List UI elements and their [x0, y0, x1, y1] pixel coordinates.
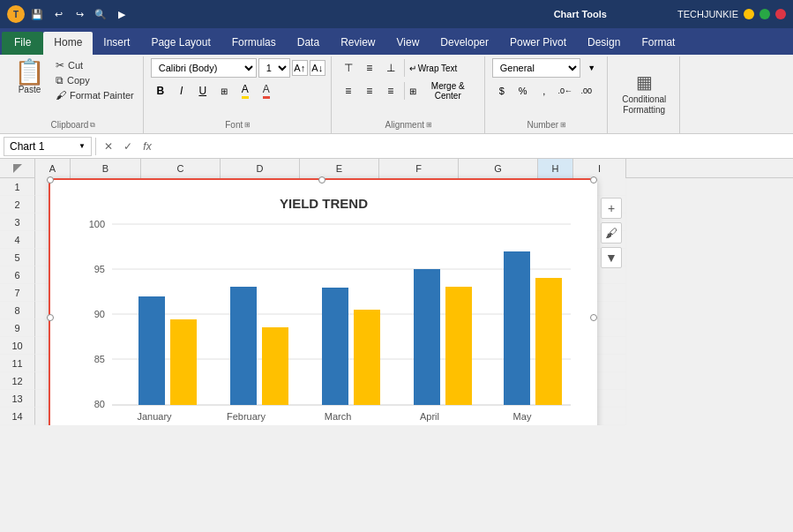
tab-review[interactable]: Review: [330, 32, 385, 55]
fill-color-button[interactable]: A: [236, 81, 255, 101]
redo-button[interactable]: ↪: [71, 5, 88, 23]
number-expand-icon[interactable]: ⊞: [560, 121, 566, 129]
handle-tm[interactable]: [318, 176, 325, 184]
font-name-select[interactable]: Calibri (Body): [151, 58, 257, 78]
col-header-d[interactable]: D: [221, 159, 300, 178]
tab-home[interactable]: Home: [43, 32, 93, 55]
align-right-button[interactable]: ≡: [381, 81, 400, 101]
tab-page-layout[interactable]: Page Layout: [140, 32, 221, 55]
col-header-i[interactable]: I: [573, 159, 626, 178]
font-group: Calibri (Body) 10 8 9 11 12 A↑ A↓ B I U …: [146, 56, 332, 133]
number-format-dropdown[interactable]: ▼: [582, 58, 602, 78]
maximize-button[interactable]: [759, 9, 770, 19]
font-size-select[interactable]: 10 8 9 11 12: [258, 58, 290, 78]
formula-fx-button[interactable]: fx: [138, 138, 156, 155]
copy-button[interactable]: ⧉ Copy: [52, 73, 138, 87]
merge-center-button[interactable]: ⊞ Merge & Center: [408, 81, 479, 101]
format-painter-label: Format Painter: [70, 90, 134, 101]
bold-button[interactable]: B: [151, 81, 170, 101]
font-increase-button[interactable]: A↑: [292, 60, 308, 76]
undo-button[interactable]: ↩: [49, 5, 67, 23]
increase-decimal-button[interactable]: .00: [577, 81, 596, 101]
bar-apr-ds: [414, 269, 440, 405]
tab-formulas[interactable]: Formulas: [221, 32, 287, 55]
handle-tr[interactable]: [590, 176, 597, 184]
tab-insert[interactable]: Insert: [93, 32, 140, 55]
col-header-e[interactable]: E: [300, 159, 379, 178]
select-all-button[interactable]: [0, 159, 35, 177]
align-left-button[interactable]: ≡: [339, 81, 358, 101]
tab-design[interactable]: Design: [577, 32, 631, 55]
row-header-11[interactable]: 11: [0, 355, 35, 372]
row-header-6[interactable]: 6: [0, 266, 35, 284]
row-header-2[interactable]: 2: [0, 196, 35, 214]
font-expand-icon[interactable]: ⊞: [244, 121, 251, 129]
font-decrease-button[interactable]: A↓: [310, 60, 325, 76]
name-box-dropdown-icon[interactable]: ▼: [79, 142, 86, 150]
col-header-g[interactable]: G: [459, 159, 538, 178]
name-box-value: Chart 1: [10, 140, 44, 153]
row-header-5[interactable]: 5: [0, 249, 35, 266]
col-header-f[interactable]: F: [379, 159, 459, 178]
row-header-13[interactable]: 13: [0, 390, 35, 408]
currency-button[interactable]: $: [492, 81, 512, 101]
italic-button[interactable]: I: [172, 81, 191, 101]
row-header-7[interactable]: 7: [0, 284, 35, 302]
chart-add-element-button[interactable]: +: [601, 198, 622, 219]
align-top-button[interactable]: ⊤: [339, 58, 358, 78]
percent-button[interactable]: %: [513, 81, 533, 101]
minimize-button[interactable]: [744, 9, 754, 19]
row-header-14[interactable]: 14: [0, 408, 35, 425]
formula-confirm-button[interactable]: ✓: [119, 138, 137, 155]
chart-container[interactable]: YIELD TREND 100 95 90 85 80: [49, 178, 595, 425]
chart-tools-label: Chart Tools: [554, 9, 607, 19]
chart-styles-button[interactable]: 🖌: [601, 222, 622, 244]
comma-button[interactable]: ,: [535, 81, 554, 101]
formula-cancel-button[interactable]: ✕: [100, 138, 117, 155]
tab-power-pivot[interactable]: Power Pivot: [499, 32, 577, 55]
chart-filters-button[interactable]: ▼: [601, 247, 622, 268]
name-box[interactable]: Chart 1 ▼: [4, 137, 92, 156]
align-middle-button[interactable]: ≡: [360, 58, 379, 78]
handle-ml[interactable]: [47, 314, 54, 321]
save-button[interactable]: 💾: [28, 5, 46, 23]
row-header-4[interactable]: 4: [0, 231, 35, 249]
wrap-text-button[interactable]: ↵ Wrap Text: [408, 58, 479, 78]
row-header-10[interactable]: 10: [0, 337, 35, 355]
tab-format[interactable]: Format: [631, 32, 685, 55]
font-color-button[interactable]: A: [257, 81, 276, 101]
row-header-9[interactable]: 9: [0, 319, 35, 337]
tab-file[interactable]: File: [2, 32, 43, 55]
handle-mr[interactable]: [590, 314, 597, 321]
alignment-group-label: Alignment ⊞: [385, 118, 432, 131]
ribbon-tab-bar: File Home Insert Page Layout Formulas Da…: [0, 28, 793, 55]
alignment-expand-icon[interactable]: ⊞: [426, 121, 432, 129]
col-header-b[interactable]: B: [71, 159, 141, 178]
align-bottom-button[interactable]: ⊥: [381, 58, 400, 78]
cut-button[interactable]: ✂ Cut: [52, 58, 138, 72]
row-header-12[interactable]: 12: [0, 372, 35, 390]
tab-data[interactable]: Data: [287, 32, 330, 55]
paste-button[interactable]: 📋 Paste: [9, 58, 50, 96]
chart-svg: YIELD TREND 100 95 90 85 80: [50, 180, 597, 425]
align-center-button[interactable]: ≡: [360, 81, 379, 101]
clipboard-expand-icon[interactable]: ⧉: [90, 121, 95, 130]
formula-input[interactable]: [160, 145, 789, 148]
row-header-1[interactable]: 1: [0, 178, 35, 196]
search-icon[interactable]: 🔍: [92, 5, 109, 23]
underline-button[interactable]: U: [193, 81, 213, 101]
decrease-decimal-button[interactable]: .0←: [556, 81, 575, 101]
close-button[interactable]: [775, 9, 786, 19]
row-header-8[interactable]: 8: [0, 302, 35, 319]
col-header-h[interactable]: H: [538, 159, 573, 178]
col-header-a[interactable]: A: [35, 159, 71, 178]
format-painter-button[interactable]: 🖌 Format Painter: [52, 88, 138, 102]
row-header-3[interactable]: 3: [0, 214, 35, 231]
col-header-c[interactable]: C: [141, 159, 221, 178]
handle-tl[interactable]: [47, 176, 54, 184]
border-button[interactable]: ⊞: [214, 81, 234, 101]
conditional-format-label[interactable]: ConditionalFormatting: [622, 94, 666, 116]
tab-developer[interactable]: Developer: [430, 32, 499, 55]
tab-view[interactable]: View: [386, 32, 430, 55]
number-format-select[interactable]: General Number Currency Percent: [492, 58, 580, 78]
